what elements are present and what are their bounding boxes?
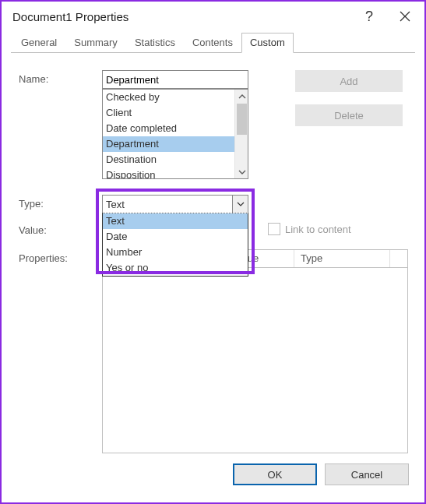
name-options-items: Checked by Client Date completed Departm… bbox=[103, 90, 234, 178]
type-option[interactable]: Text bbox=[103, 213, 248, 229]
name-listbox-scrollbar[interactable] bbox=[234, 90, 248, 178]
type-dropdown-button[interactable] bbox=[232, 196, 248, 213]
value-label: Value: bbox=[19, 224, 47, 236]
type-combobox-value: Text bbox=[103, 199, 232, 210]
tabstrip: General Summary Statistics Contents Cust… bbox=[11, 31, 415, 53]
tab-statistics[interactable]: Statistics bbox=[126, 33, 184, 53]
name-input[interactable] bbox=[102, 70, 248, 89]
list-item[interactable]: Date completed bbox=[103, 121, 234, 136]
checkbox-box bbox=[268, 223, 280, 235]
link-to-content-checkbox: Link to content bbox=[268, 223, 351, 235]
close-button[interactable] bbox=[387, 2, 423, 30]
tab-general[interactable]: General bbox=[12, 33, 65, 53]
link-to-content-label: Link to content bbox=[285, 224, 351, 235]
list-item[interactable]: Client bbox=[103, 105, 234, 121]
type-dropdown-list[interactable]: Text Date Number Yes or no bbox=[102, 213, 248, 277]
type-option[interactable]: Date bbox=[103, 229, 248, 245]
properties-label: Properties: bbox=[19, 252, 68, 264]
properties-col-type[interactable]: Type bbox=[294, 250, 390, 267]
client-area: General Summary Statistics Contents Cust… bbox=[2, 31, 424, 502]
scroll-down-icon[interactable] bbox=[235, 165, 248, 178]
type-label: Type: bbox=[19, 198, 44, 210]
form-area: Name: Checked by Client Date completed D… bbox=[11, 53, 415, 456]
type-option[interactable]: Yes or no bbox=[103, 260, 248, 276]
close-icon bbox=[400, 11, 410, 22]
dialog-footer: OK Cancel bbox=[11, 456, 415, 493]
properties-table-body[interactable] bbox=[102, 268, 408, 453]
type-option[interactable]: Number bbox=[103, 245, 248, 260]
tab-custom[interactable]: Custom bbox=[241, 33, 294, 53]
name-options-listbox[interactable]: Checked by Client Date completed Departm… bbox=[102, 89, 248, 179]
titlebar: Document1 Properties ? bbox=[2, 2, 424, 31]
name-label: Name: bbox=[19, 73, 48, 85]
scroll-up-icon[interactable] bbox=[235, 90, 248, 103]
ok-button[interactable]: OK bbox=[233, 463, 317, 485]
list-item[interactable]: Department bbox=[103, 136, 234, 152]
help-icon: ? bbox=[365, 9, 373, 25]
add-button[interactable]: Add bbox=[295, 70, 403, 92]
tab-summary[interactable]: Summary bbox=[65, 33, 126, 53]
chevron-down-icon bbox=[237, 200, 245, 208]
list-item[interactable]: Destination bbox=[103, 152, 234, 167]
properties-col-tail bbox=[390, 250, 407, 267]
type-combobox[interactable]: Text bbox=[102, 195, 248, 213]
list-item[interactable]: Checked by bbox=[103, 90, 234, 105]
help-button[interactable]: ? bbox=[351, 2, 387, 30]
scrollbar-thumb[interactable] bbox=[237, 104, 247, 135]
window-title: Document1 Properties bbox=[12, 10, 351, 23]
list-item[interactable]: Disposition bbox=[103, 167, 234, 178]
cancel-button[interactable]: Cancel bbox=[325, 463, 409, 485]
dialog-window: Document1 Properties ? General Summary S… bbox=[0, 0, 426, 504]
delete-button[interactable]: Delete bbox=[295, 104, 403, 126]
tab-contents[interactable]: Contents bbox=[184, 33, 241, 53]
